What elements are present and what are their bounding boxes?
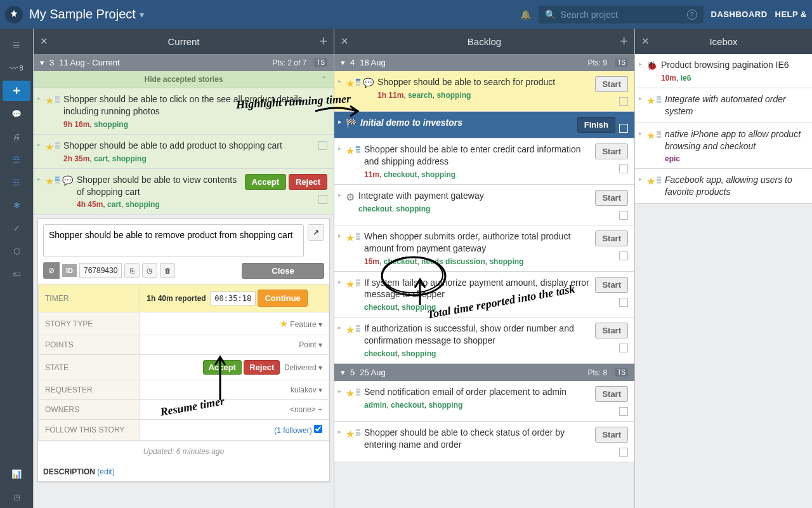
star-icon: ★ [346,77,355,90]
expand-icon[interactable]: ↗ [308,224,324,241]
hide-accepted-toggle[interactable]: Hide accepted stories⌃ [34,71,334,88]
gear-icon: ⚙ [346,191,355,203]
start-button[interactable]: Start [595,277,628,293]
history-icon[interactable]: ◷ [142,263,157,278]
copy-icon[interactable]: ⎘ [124,263,140,278]
panel-title: Backlog [468,36,501,47]
checkbox[interactable] [619,251,628,260]
star-icon: ★ [346,428,355,440]
tag-icon[interactable]: 🏷 [3,264,30,284]
trash-icon[interactable]: 🗑 [160,263,175,278]
comment-icon: 💬 [62,175,73,185]
start-button[interactable]: Start [595,144,628,159]
panel-icebox: ✕ Icebox ▸🐞 Product browsing pagination … [634,29,812,508]
edit-link[interactable]: (edit) [97,467,114,476]
project-title[interactable]: My Sample Project [29,7,136,22]
checkbox[interactable] [318,195,327,204]
close-button[interactable]: Close [242,263,324,279]
help-icon[interactable]: ? [687,10,697,20]
search-input-wrap[interactable]: 🔍 ? [539,6,704,23]
star-icon: ★ [346,278,355,290]
story-row[interactable]: ▸★ Facebook app, allowing users to favor… [635,169,812,204]
close-icon[interactable]: ✕ [641,36,650,47]
accept-button[interactable]: Accept [203,360,242,375]
story-row[interactable]: ▸★ If system fails to authorize payment … [334,272,634,318]
accept-button[interactable]: Accept [245,174,286,190]
iteration-header[interactable]: ▾418 Aug Pts: 9TS [334,54,634,71]
star-icon: ★ [346,324,355,336]
continue-button[interactable]: Continue [258,290,307,307]
title-input[interactable] [43,224,304,257]
link-icon[interactable]: ⊘ [43,262,60,279]
story-row[interactable]: ▸★ Shopper should be able to click on th… [34,88,334,135]
clock-icon[interactable]: ◷ [3,486,30,507]
start-button[interactable]: Start [595,76,628,92]
checkbox[interactable] [619,298,628,307]
id-value: 76789430 [79,263,122,278]
add-button[interactable]: + [3,81,30,101]
start-button[interactable]: Start [595,386,628,402]
chevron-down-icon[interactable]: ▾ [140,10,144,20]
follow-checkbox[interactable] [314,425,322,433]
logo-icon[interactable] [5,6,23,23]
panel-title: Icebox [709,36,737,47]
story-row[interactable]: ▸⚙ Integrate with payment gateway checko… [334,185,634,225]
bell-icon[interactable]: 🔔 [520,10,531,20]
checkbox[interactable] [619,97,628,106]
help-link[interactable]: HELP & [775,10,807,19]
check-icon[interactable]: ✓ [3,218,30,238]
story-row[interactable]: ▸★ Send notification email of order plac… [334,381,634,422]
story-row[interactable]: ▸🐞 Product browsing pagination IE6 10m, … [635,54,812,88]
close-icon[interactable]: ✕ [40,36,48,47]
print-icon[interactable]: 🖨 [3,126,30,147]
search-input[interactable] [561,10,682,20]
iteration-header[interactable]: ▾525 Aug Pts: 8TS [334,364,634,381]
menu-icon[interactable]: ☰ [3,35,30,55]
reject-button[interactable]: Reject [244,360,280,375]
list2-icon[interactable]: ☲ [3,172,30,192]
checkbox[interactable] [619,448,628,457]
flag-icon: 🏁 [346,118,357,128]
add-story-icon[interactable]: + [620,33,628,50]
add-story-icon[interactable]: + [319,33,327,50]
panel-title: Current [167,36,199,47]
checkbox[interactable] [619,124,628,133]
story-row[interactable]: ▸★ Shopper should be able to check statu… [334,422,634,462]
checkbox[interactable] [318,141,327,150]
snowflake-icon[interactable]: ❄ [3,195,30,215]
story-row[interactable]: ▸★💬 Shopper should be able to search for… [334,71,634,112]
finish-button[interactable]: Finish [577,117,615,133]
comment-icon: 💬 [363,77,374,88]
checkbox[interactable] [619,164,628,173]
activity-icon[interactable]: 〰 8 [3,58,30,78]
start-button[interactable]: Start [595,231,628,246]
story-row[interactable]: ▸★ If authorization is successful, show … [334,318,634,364]
iteration-header[interactable]: ▾3 11 Aug - Current Pts: 2 of 7TS [34,54,334,71]
list1-icon[interactable]: ☲ [3,149,30,170]
chart-icon[interactable]: 📊 [3,464,30,484]
checkbox[interactable] [619,211,628,220]
story-row[interactable]: ▸🏁 Initial demo to investors Finish [334,112,634,138]
reject-button[interactable]: Reject [289,174,327,190]
story-row[interactable]: ▸★ Shopper should be able to enter credi… [334,138,634,185]
checkbox[interactable] [619,344,628,352]
star-icon: ★ [45,141,54,153]
start-button[interactable]: Start [595,323,628,338]
dashboard-link[interactable]: DASHBOARD [711,10,768,19]
story-row[interactable]: ▸★ Shopper should be able to add product… [34,135,334,169]
story-row[interactable]: ▸★ Integrate with automated order system [635,88,812,123]
story-row[interactable]: ▸★ When shopper submits order, authorize… [334,225,634,272]
search-icon: 🔍 [545,10,556,20]
star-icon: ★ [646,175,655,187]
close-icon[interactable]: ✕ [341,36,349,47]
checkbox[interactable] [619,407,628,416]
story-row[interactable]: ▸★💬 Shopper should be able to view conte… [34,169,334,215]
start-button[interactable]: Start [595,427,628,443]
sidebar: ☰ 〰 8 + 💬 🖨 ☲ ☲ ❄ ✓ ⬡ 🏷 📊 ◷ [0,29,33,508]
story-detail: ↗ ⊘ ID 76789430 ⎘ ◷ 🗑 Close TIMER 1h 40m… [37,218,330,482]
panel-backlog: ✕ Backlog + ▾418 Aug Pts: 9TS ▸★💬 Shoppe… [334,29,634,508]
chat-icon[interactable]: 💬 [3,104,30,124]
start-button[interactable]: Start [595,190,628,206]
story-row[interactable]: ▸★ native iPhone app to allow product br… [635,123,812,170]
shield-icon[interactable]: ⬡ [3,241,30,261]
